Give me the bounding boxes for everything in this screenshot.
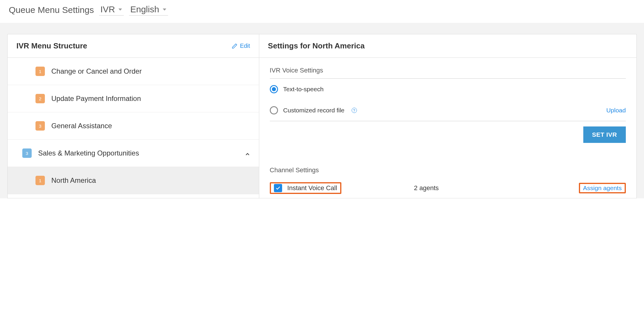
set-ivr-row: SET IVR bbox=[270, 121, 626, 155]
right-panel-header: Settings for North America bbox=[259, 34, 636, 58]
menu-item-label: Update Payment Information bbox=[51, 94, 141, 103]
set-ivr-button[interactable]: SET IVR bbox=[583, 126, 626, 143]
menu-item-label: General Assistance bbox=[51, 122, 112, 130]
menu-number-badge: 3 bbox=[22, 148, 32, 158]
chevron-up-icon bbox=[245, 151, 250, 156]
instant-voice-label: Instant Voice Call bbox=[287, 184, 337, 192]
page-title: Queue Menu Settings bbox=[9, 5, 94, 15]
highlight-assign-agents: Assign agents bbox=[579, 183, 626, 193]
left-panel-title: IVR Menu Structure bbox=[16, 41, 87, 50]
assign-agents-link[interactable]: Assign agents bbox=[583, 185, 622, 192]
menu-item-change-cancel[interactable]: 1 Change or Cancel and Order bbox=[8, 58, 259, 85]
pencil-icon bbox=[232, 43, 238, 49]
voice-option-custom: Customized record file ? Upload bbox=[270, 100, 626, 121]
language-dropdown[interactable]: English bbox=[129, 4, 168, 16]
radio-custom-file-label: Customized record file bbox=[283, 107, 345, 114]
menu-list: 1 Change or Cancel and Order 2 Update Pa… bbox=[8, 58, 259, 194]
menu-item-update-payment[interactable]: 2 Update Payment Information bbox=[8, 85, 259, 112]
radio-custom-file[interactable] bbox=[270, 106, 278, 114]
radio-tts-label: Text-to-speech bbox=[283, 86, 324, 93]
menu-number-badge: 3 bbox=[35, 121, 45, 131]
content-area: IVR Menu Structure Edit 1 Change or Canc… bbox=[0, 23, 644, 198]
menu-item-label: Sales & Marketing Opportunities bbox=[38, 149, 139, 157]
menu-number-badge: 1 bbox=[35, 176, 45, 185]
menu-item-north-america[interactable]: 1 North America bbox=[8, 167, 259, 194]
right-panel-body: IVR Voice Settings Text-to-speech Custom… bbox=[259, 58, 636, 198]
right-panel: Settings for North America IVR Voice Set… bbox=[259, 34, 636, 198]
instant-voice-checkbox[interactable] bbox=[274, 184, 282, 192]
main-panel: IVR Menu Structure Edit 1 Change or Canc… bbox=[7, 34, 637, 198]
ivr-type-value: IVR bbox=[100, 4, 115, 14]
radio-tts[interactable] bbox=[270, 85, 278, 93]
menu-number-badge: 2 bbox=[35, 94, 45, 103]
agents-count: 2 agents bbox=[414, 184, 439, 192]
page-header: Queue Menu Settings IVR English bbox=[0, 0, 644, 23]
voice-section-title: IVR Voice Settings bbox=[270, 67, 626, 79]
caret-down-icon bbox=[163, 9, 166, 11]
right-panel-title: Settings for North America bbox=[268, 41, 365, 50]
help-icon[interactable]: ? bbox=[352, 108, 357, 113]
channel-section-title: Channel Settings bbox=[270, 166, 626, 176]
voice-option-tts: Text-to-speech bbox=[270, 79, 626, 100]
caret-down-icon bbox=[118, 9, 122, 11]
channel-row-instant-voice: Instant Voice Call 2 agents Assign agent… bbox=[270, 176, 626, 198]
menu-item-label: North America bbox=[51, 176, 96, 185]
upload-link[interactable]: Upload bbox=[606, 107, 626, 114]
voice-settings-section: IVR Voice Settings Text-to-speech Custom… bbox=[270, 67, 626, 155]
highlight-instant-voice: Instant Voice Call bbox=[270, 182, 341, 194]
edit-button[interactable]: Edit bbox=[232, 43, 250, 49]
check-icon bbox=[275, 185, 281, 191]
menu-item-label: Change or Cancel and Order bbox=[51, 67, 142, 75]
menu-item-sales-marketing[interactable]: 3 Sales & Marketing Opportunities bbox=[8, 140, 259, 167]
ivr-type-dropdown[interactable]: IVR bbox=[99, 4, 124, 16]
menu-item-general-assistance[interactable]: 3 General Assistance bbox=[8, 112, 259, 140]
menu-number-badge: 1 bbox=[35, 67, 45, 76]
edit-label: Edit bbox=[240, 43, 250, 49]
left-panel-header: IVR Menu Structure Edit bbox=[8, 34, 259, 58]
language-value: English bbox=[130, 4, 159, 14]
channel-settings-section: Channel Settings Instant Voice Call 2 ag… bbox=[270, 166, 626, 198]
left-panel: IVR Menu Structure Edit 1 Change or Canc… bbox=[8, 34, 259, 198]
